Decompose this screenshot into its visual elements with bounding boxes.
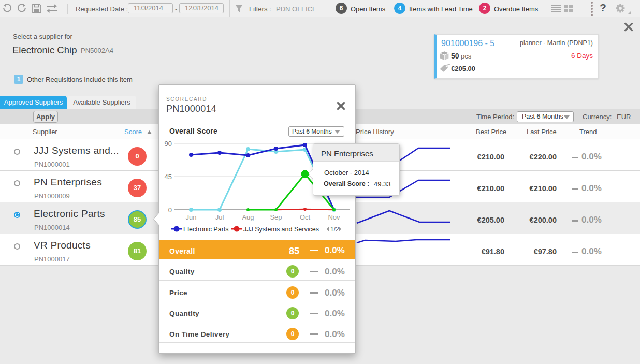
svg-text:1/2: 1/2 [330,226,339,233]
svg-text:Nov: Nov [328,213,340,221]
svg-text:Electronic Parts: Electronic Parts [183,226,229,233]
svg-text:90: 90 [165,140,172,148]
svg-text:Sep: Sep [270,213,282,221]
svg-text:Aug: Aug [242,213,254,221]
svg-text:Jul: Jul [215,213,224,221]
svg-text:0: 0 [168,206,172,214]
svg-text:45: 45 [165,173,172,181]
svg-text:Jun: Jun [186,213,197,221]
svg-text:JJJ Systems and Services: JJJ Systems and Services [243,226,319,233]
svg-text:Oct: Oct [300,213,311,221]
